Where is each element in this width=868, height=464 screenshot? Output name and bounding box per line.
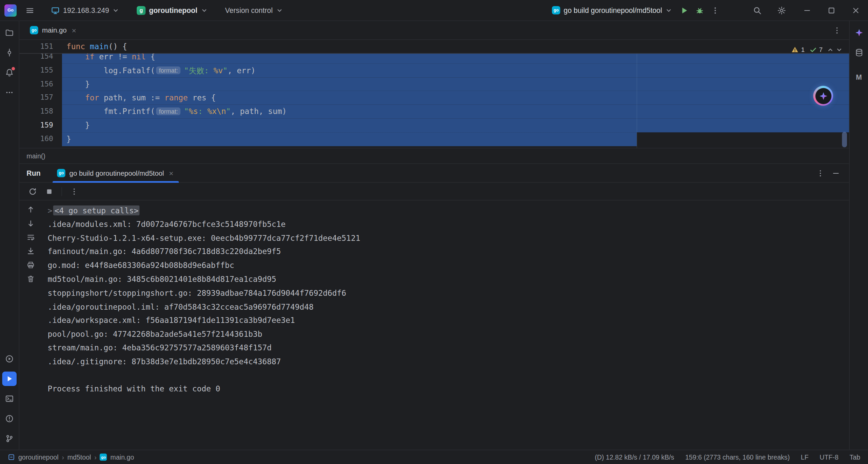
- close-button[interactable]: [844, 0, 868, 20]
- code-line[interactable]: 157 for path, sum := range res {: [19, 91, 849, 104]
- sidebar-item-version-control[interactable]: [2, 431, 17, 446]
- run-tab-close-icon[interactable]: ×: [168, 169, 175, 177]
- line-number[interactable]: 160: [19, 132, 62, 146]
- line-number[interactable]: 154: [19, 54, 62, 63]
- console-line[interactable]: .idea/goroutinepool.iml: af70d5843c32cce…: [43, 300, 849, 313]
- rerun-button[interactable]: [26, 185, 39, 198]
- sidebar-item-more-tools[interactable]: [2, 85, 17, 99]
- sidebar-item-notifications[interactable]: [2, 65, 17, 80]
- run-button[interactable]: [676, 2, 692, 18]
- folded-region-chip[interactable]: <4 go setup calls>: [53, 206, 139, 215]
- network-speed-indicator[interactable]: (D) 12.82 kB/s / 17.09 kB/s: [595, 453, 674, 461]
- print-button[interactable]: [25, 259, 36, 270]
- breadcrumb-project[interactable]: goroutinepool: [18, 453, 59, 461]
- debug-button[interactable]: [692, 2, 708, 18]
- tab-close-icon[interactable]: ×: [71, 26, 77, 34]
- scroll-to-end-button[interactable]: [25, 245, 36, 256]
- line-number[interactable]: 158: [19, 105, 62, 118]
- more-actions-button[interactable]: [708, 2, 723, 18]
- project-selector[interactable]: g goroutinepool: [132, 2, 212, 18]
- maximize-button[interactable]: [819, 0, 844, 20]
- hide-tool-window-button[interactable]: [828, 165, 844, 181]
- code-line[interactable]: 155 log.Fatalf(format:"失败: %v", err): [19, 63, 849, 77]
- console-line[interactable]: Process finished with the exit code 0: [43, 382, 849, 396]
- clear-console-button[interactable]: [25, 273, 36, 284]
- up-stacktrace-button[interactable]: [25, 204, 36, 215]
- prev-problem-button[interactable]: [827, 46, 834, 53]
- main-menu-button[interactable]: [22, 2, 38, 18]
- console-line[interactable]: Cherry-Studio-1.2.1-x64-setup.exe: 0eecb…: [43, 231, 849, 245]
- sidebar-item-project[interactable]: [2, 25, 17, 40]
- editor-tab-main-go[interactable]: go main.go ×: [26, 21, 80, 39]
- console-line[interactable]: pool/pool.go: 47742268ba2ade5a41e57f2144…: [43, 327, 849, 341]
- remote-host-selector[interactable]: 192.168.3.249: [46, 2, 123, 18]
- sidebar-item-terminal[interactable]: [2, 391, 17, 406]
- minimize-button[interactable]: [795, 0, 819, 20]
- code-line[interactable]: 154 if err != nil {: [19, 54, 849, 63]
- console-line[interactable]: md5tool/main.go: 3485c6b8021401e8b84d817…: [43, 272, 849, 286]
- console-line[interactable]: stream/main.go: 4eba356c92757577a2589603…: [43, 341, 849, 355]
- breadcrumb-file[interactable]: main.go: [111, 453, 134, 461]
- line-number[interactable]: 159: [19, 118, 62, 132]
- line-number[interactable]: 151: [19, 40, 62, 54]
- chevron-right-icon: ›: [62, 453, 64, 461]
- vcs-widget[interactable]: Version control: [221, 2, 287, 18]
- sidebar-item-problems[interactable]: [2, 411, 17, 426]
- ai-assistant-button[interactable]: [813, 86, 833, 106]
- commit-icon: [5, 48, 14, 57]
- soft-wrap-button[interactable]: [25, 231, 36, 243]
- next-problem-button[interactable]: [836, 46, 843, 53]
- line-number[interactable]: 155: [19, 63, 62, 77]
- indent-indicator[interactable]: Tab: [850, 453, 861, 461]
- console-line[interactable]: .idea/workspace.xml: f56aa187194f1de1139…: [43, 314, 849, 327]
- console-folded-line[interactable]: ><4 go setup calls>: [43, 204, 849, 217]
- console-options-button[interactable]: [67, 185, 81, 198]
- console-line[interactable]: .idea/.gitignore: 87b38d3e7e1bdb28950c7e…: [43, 355, 849, 368]
- console-line[interactable]: go.mod: e44f8ae683306a924b08b8d9e6abffbc: [43, 259, 849, 272]
- sticky-function-line[interactable]: 151func main() {: [19, 40, 849, 54]
- code-line[interactable]: 159 }: [19, 118, 849, 132]
- search-everywhere-button[interactable]: [750, 2, 765, 18]
- console-line[interactable]: [43, 369, 849, 382]
- breadcrumb-folder[interactable]: md5tool: [67, 453, 91, 461]
- goland-logo-icon[interactable]: Go: [4, 4, 17, 16]
- code-lines[interactable]: 154 if err != nil {155 log.Fatalf(format…: [19, 54, 849, 148]
- code-line[interactable]: 160}: [19, 132, 849, 146]
- run-options-button[interactable]: [813, 165, 828, 181]
- caret-position-indicator[interactable]: 159:6 (2773 chars, 160 line breaks): [685, 453, 790, 461]
- run-config-selector[interactable]: go go build goroutinepool/md5tool: [548, 2, 676, 18]
- breadcrumb-function[interactable]: main(): [26, 152, 45, 160]
- run-tab[interactable]: go go build goroutinepool/md5tool ×: [53, 164, 179, 182]
- encoding-indicator[interactable]: UTF-8: [820, 453, 839, 461]
- code-line[interactable]: 151func main() {: [19, 40, 849, 54]
- inspections-widget[interactable]: 1 7: [791, 44, 843, 56]
- problems-icon: [5, 414, 14, 423]
- down-stacktrace-button[interactable]: [25, 218, 36, 229]
- settings-button[interactable]: [774, 2, 789, 18]
- code-line[interactable]: 156 }: [19, 77, 849, 91]
- fold-expander-icon[interactable]: >: [47, 206, 52, 215]
- code-line[interactable]: 158 fmt.Printf(format:"%s: %x\n", path, …: [19, 105, 849, 118]
- sidebar-item-run[interactable]: [2, 372, 17, 386]
- line-separator-indicator[interactable]: LF: [801, 453, 809, 461]
- editor-breadcrumb[interactable]: main(): [19, 148, 849, 163]
- scroll-end-icon: [26, 247, 35, 255]
- console-line[interactable]: .idea/modules.xml: 7d0072a46767bcfce3c51…: [43, 217, 849, 231]
- sidebar-item-commit[interactable]: [2, 45, 17, 60]
- sidebar-item-maven[interactable]: M: [852, 70, 866, 84]
- sidebar-item-services[interactable]: [2, 352, 17, 366]
- play-icon: [680, 6, 689, 15]
- line-number[interactable]: 156: [19, 77, 62, 91]
- console-gutter: [19, 200, 41, 450]
- stop-button[interactable]: [43, 185, 56, 198]
- editor-scrollbar[interactable]: [842, 132, 847, 148]
- line-number[interactable]: 157: [19, 91, 62, 104]
- editor-tab-options-button[interactable]: [829, 22, 845, 38]
- console-line[interactable]: faninout/main.go: 4a6d807708f36c718d83c2…: [43, 245, 849, 258]
- soft-wrap-icon: [26, 233, 35, 241]
- console-line[interactable]: stoppingshort/stoppingshort.go: 28939adb…: [43, 286, 849, 300]
- sidebar-item-database[interactable]: [852, 45, 866, 60]
- console-output[interactable]: ><4 go setup calls>.idea/modules.xml: 7d…: [41, 200, 849, 450]
- sidebar-item-ai-assistant[interactable]: [852, 25, 866, 40]
- close-icon: [851, 6, 860, 15]
